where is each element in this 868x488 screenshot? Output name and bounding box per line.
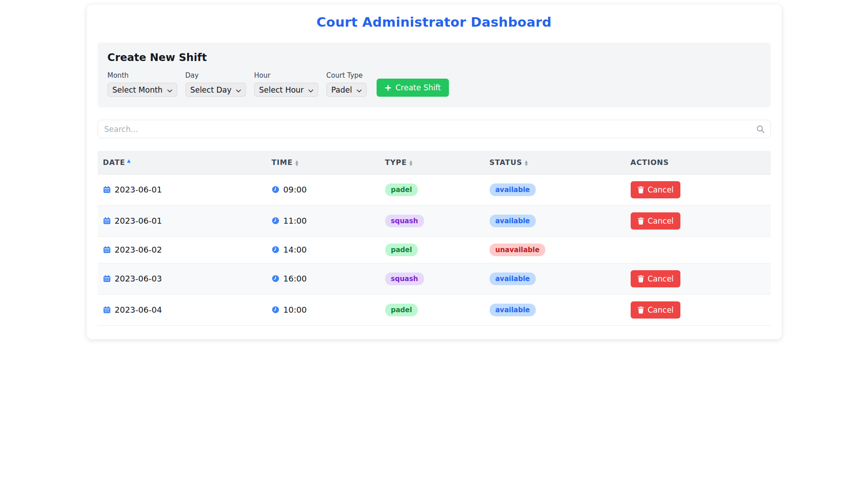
- time-value: 14:00: [283, 245, 307, 254]
- cancel-label: Cancel: [648, 274, 674, 283]
- page-title: Court Administrator Dashboard: [98, 14, 771, 30]
- date-cell: 2023-06-04: [98, 295, 266, 326]
- search-icon: [756, 125, 765, 133]
- clock-icon: [272, 186, 279, 193]
- status-badge: available: [490, 272, 536, 285]
- time-value: 10:00: [283, 305, 307, 314]
- time-cell: 14:00: [266, 237, 380, 263]
- time-cell: 11:00: [266, 206, 380, 237]
- month-field-group: Month Select Month: [108, 71, 177, 97]
- calendar-icon: [103, 275, 111, 282]
- trash-icon: [637, 275, 644, 282]
- type-cell: squash: [380, 263, 484, 295]
- table-row: 2023-06-03 16:00 squash available: [98, 263, 771, 295]
- calendar-icon: [103, 306, 111, 314]
- time-value: 09:00: [283, 185, 307, 194]
- create-shift-button[interactable]: Create Shift: [377, 79, 449, 97]
- hour-field-group: Hour Select Hour: [254, 71, 318, 97]
- month-select-value: Select Month: [113, 85, 163, 94]
- date-cell: 2023-06-02: [98, 237, 266, 263]
- search-input[interactable]: [98, 120, 771, 138]
- dashboard-card: Court Administrator Dashboard Create New…: [87, 5, 782, 339]
- calendar-icon: [103, 246, 111, 253]
- type-cell: padel: [380, 295, 484, 326]
- shift-table-body: 2023-06-01 09:00 padel available: [98, 174, 771, 326]
- hour-select[interactable]: Select Hour: [254, 83, 318, 97]
- actions-cell: Cancel: [625, 295, 771, 326]
- cancel-label: Cancel: [648, 305, 674, 314]
- time-value: 11:00: [283, 216, 307, 225]
- status-cell: available: [484, 295, 625, 326]
- column-label: TIME: [272, 158, 293, 167]
- trash-icon: [637, 217, 644, 225]
- time-cell: 10:00: [266, 295, 380, 326]
- clock-icon: [272, 275, 279, 282]
- trash-icon: [637, 186, 644, 193]
- day-select[interactable]: Select Day: [185, 83, 246, 97]
- month-label: Month: [108, 71, 177, 80]
- table-row: 2023-06-04 10:00 padel available: [98, 295, 771, 326]
- column-header-status[interactable]: STATUS▲▼: [484, 151, 625, 174]
- cancel-label: Cancel: [648, 216, 674, 225]
- table-row: 2023-06-02 14:00 padel unavailable: [98, 237, 771, 263]
- column-header-type[interactable]: TYPE▲▼: [380, 151, 484, 174]
- court-type-label: Court Type: [326, 71, 367, 80]
- column-label: ACTIONS: [631, 158, 669, 167]
- day-select-value: Select Day: [190, 85, 231, 94]
- chevron-down-icon: [357, 85, 362, 94]
- date-value: 2023-06-03: [115, 274, 162, 283]
- create-shift-button-label: Create Shift: [396, 83, 441, 92]
- date-value: 2023-06-04: [115, 305, 162, 314]
- plus-icon: [385, 84, 392, 91]
- column-header-actions: ACTIONS: [625, 151, 771, 174]
- cancel-button[interactable]: Cancel: [631, 301, 681, 319]
- time-value: 16:00: [283, 274, 307, 283]
- time-cell: 09:00: [266, 174, 380, 206]
- column-header-date[interactable]: DATE▲: [98, 151, 266, 174]
- date-cell: 2023-06-01: [98, 206, 266, 237]
- create-shift-panel: Create New Shift Month Select Month Day …: [98, 42, 771, 108]
- actions-cell: Cancel: [625, 263, 771, 295]
- date-cell: 2023-06-01: [98, 174, 266, 206]
- status-badge: available: [490, 215, 536, 227]
- hour-select-value: Select Hour: [259, 85, 304, 94]
- sort-icon: ▲▼: [525, 160, 528, 166]
- clock-icon: [272, 217, 279, 225]
- type-badge: padel: [385, 304, 418, 316]
- day-label: Day: [185, 71, 246, 80]
- cancel-button[interactable]: Cancel: [631, 181, 681, 198]
- date-value: 2023-06-01: [115, 185, 162, 194]
- actions-cell: Cancel: [625, 206, 771, 237]
- clock-icon: [272, 246, 279, 253]
- sort-ascending-icon: ▲: [127, 158, 131, 163]
- type-badge: squash: [385, 272, 424, 285]
- time-cell: 16:00: [266, 263, 380, 295]
- status-badge: unavailable: [490, 244, 546, 256]
- sort-icon: ▲▼: [410, 160, 413, 166]
- cancel-button[interactable]: Cancel: [631, 212, 681, 230]
- table-header-row: DATE▲ TIME▲▼ TYPE▲▼ STATUS▲▼ ACTIONS: [98, 151, 771, 174]
- chevron-down-icon: [308, 85, 313, 94]
- hour-label: Hour: [254, 71, 318, 80]
- shifts-table: DATE▲ TIME▲▼ TYPE▲▼ STATUS▲▼ ACTIONS: [98, 151, 771, 326]
- cancel-button[interactable]: Cancel: [631, 270, 681, 287]
- column-header-time[interactable]: TIME▲▼: [266, 151, 380, 174]
- clock-icon: [272, 306, 279, 314]
- date-cell: 2023-06-03: [98, 263, 266, 295]
- column-label: STATUS: [490, 158, 523, 167]
- cancel-label: Cancel: [648, 185, 674, 194]
- status-badge: available: [490, 183, 536, 196]
- table-row: 2023-06-01 11:00 squash available: [98, 206, 771, 237]
- type-cell: padel: [380, 237, 484, 263]
- status-badge: available: [490, 304, 536, 316]
- day-field-group: Day Select Day: [185, 71, 246, 97]
- type-cell: padel: [380, 174, 484, 206]
- trash-icon: [637, 306, 644, 314]
- chevron-down-icon: [236, 85, 241, 94]
- actions-cell: [625, 237, 771, 263]
- actions-cell: Cancel: [625, 174, 771, 206]
- court-type-select-value: Padel: [331, 85, 352, 94]
- table-row: 2023-06-01 09:00 padel available: [98, 174, 771, 206]
- month-select[interactable]: Select Month: [108, 83, 177, 97]
- court-type-select[interactable]: Padel: [326, 83, 367, 97]
